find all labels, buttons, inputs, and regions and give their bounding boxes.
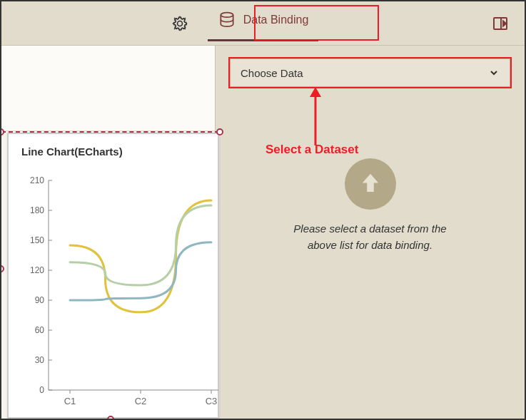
- annotation-arrow: [308, 87, 323, 145]
- tab-label: Data Binding: [243, 14, 309, 26]
- svg-point-1: [221, 13, 233, 17]
- svg-marker-30: [310, 87, 321, 97]
- chart-widget[interactable]: Line Chart(ECharts) 0306090120150180210C…: [7, 133, 219, 419]
- selection-handle[interactable]: [216, 128, 223, 135]
- svg-text:210: 210: [30, 175, 44, 185]
- selection-handle[interactable]: [0, 128, 4, 135]
- database-icon: [218, 11, 236, 29]
- selection-handle[interactable]: [107, 416, 114, 420]
- header-bar: Data Binding: [1, 1, 525, 46]
- chart-plot: 0306090120150180210C1C2C3: [21, 173, 218, 410]
- svg-text:120: 120: [30, 265, 44, 275]
- svg-text:150: 150: [30, 235, 44, 245]
- upload-placeholder-icon: [345, 158, 396, 210]
- svg-text:180: 180: [30, 205, 44, 215]
- chevron-down-icon: [488, 67, 500, 78]
- svg-text:30: 30: [35, 355, 45, 365]
- svg-point-0: [177, 21, 182, 26]
- dropdown-label: Choose Data: [241, 67, 303, 79]
- data-binding-panel: Choose Data Select a Dataset Please sele…: [216, 46, 525, 419]
- chart-title: Line Chart(ECharts): [9, 134, 218, 165]
- svg-text:60: 60: [35, 325, 45, 335]
- canvas-panel: Line Chart(ECharts) 0306090120150180210C…: [1, 46, 216, 419]
- svg-text:90: 90: [35, 295, 45, 305]
- selection-handle[interactable]: [0, 265, 4, 272]
- upload-arrow-icon: [357, 170, 384, 198]
- panel-collapse-icon: [492, 15, 509, 32]
- annotation-text: Select a Dataset: [265, 143, 358, 157]
- settings-button[interactable]: [166, 10, 193, 37]
- toggle-panel-button[interactable]: [487, 10, 514, 37]
- help-text: Please select a dataset from the above l…: [230, 221, 510, 253]
- svg-marker-4: [503, 21, 506, 26]
- choose-data-dropdown[interactable]: Choose Data: [230, 58, 510, 87]
- svg-text:C2: C2: [135, 396, 147, 406]
- svg-text:0: 0: [39, 385, 44, 395]
- svg-text:C1: C1: [64, 396, 76, 406]
- tab-data-binding[interactable]: Data Binding: [208, 5, 319, 41]
- gear-icon: [171, 14, 189, 33]
